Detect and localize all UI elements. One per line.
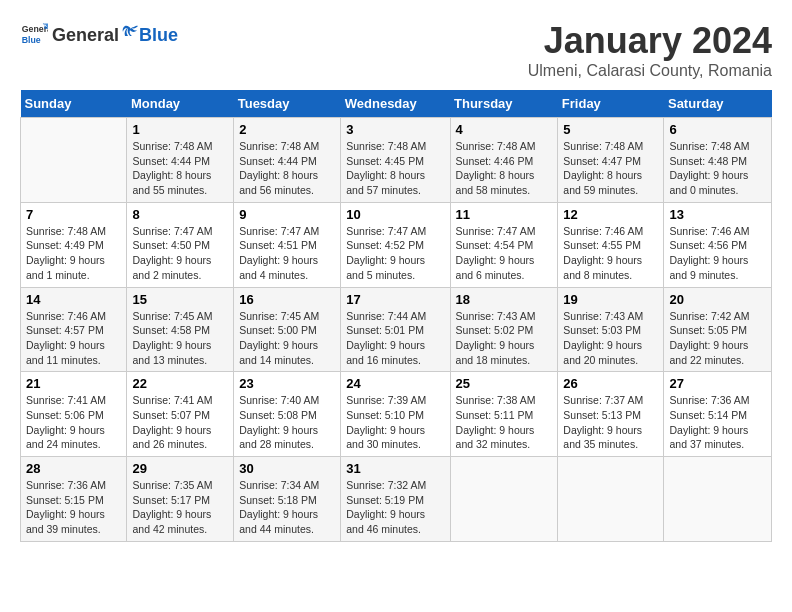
day-header-wednesday: Wednesday bbox=[341, 90, 450, 118]
day-info: Sunrise: 7:48 AM Sunset: 4:46 PM Dayligh… bbox=[456, 140, 536, 196]
calendar-cell: 3Sunrise: 7:48 AM Sunset: 4:45 PM Daylig… bbox=[341, 118, 450, 203]
day-info: Sunrise: 7:32 AM Sunset: 5:19 PM Dayligh… bbox=[346, 479, 426, 535]
day-info: Sunrise: 7:47 AM Sunset: 4:52 PM Dayligh… bbox=[346, 225, 426, 281]
day-number: 27 bbox=[669, 376, 766, 391]
calendar-cell: 14Sunrise: 7:46 AM Sunset: 4:57 PM Dayli… bbox=[21, 287, 127, 372]
calendar-cell: 13Sunrise: 7:46 AM Sunset: 4:56 PM Dayli… bbox=[664, 202, 772, 287]
day-info: Sunrise: 7:45 AM Sunset: 5:00 PM Dayligh… bbox=[239, 310, 319, 366]
calendar-cell: 12Sunrise: 7:46 AM Sunset: 4:55 PM Dayli… bbox=[558, 202, 664, 287]
day-number: 24 bbox=[346, 376, 444, 391]
day-info: Sunrise: 7:47 AM Sunset: 4:51 PM Dayligh… bbox=[239, 225, 319, 281]
calendar-cell: 27Sunrise: 7:36 AM Sunset: 5:14 PM Dayli… bbox=[664, 372, 772, 457]
day-header-friday: Friday bbox=[558, 90, 664, 118]
day-number: 26 bbox=[563, 376, 658, 391]
svg-text:Blue: Blue bbox=[22, 35, 41, 45]
day-number: 3 bbox=[346, 122, 444, 137]
day-number: 19 bbox=[563, 292, 658, 307]
day-number: 10 bbox=[346, 207, 444, 222]
calendar-cell: 8Sunrise: 7:47 AM Sunset: 4:50 PM Daylig… bbox=[127, 202, 234, 287]
day-number: 23 bbox=[239, 376, 335, 391]
calendar-cell: 10Sunrise: 7:47 AM Sunset: 4:52 PM Dayli… bbox=[341, 202, 450, 287]
day-header-sunday: Sunday bbox=[21, 90, 127, 118]
week-row-1: 1Sunrise: 7:48 AM Sunset: 4:44 PM Daylig… bbox=[21, 118, 772, 203]
day-info: Sunrise: 7:48 AM Sunset: 4:49 PM Dayligh… bbox=[26, 225, 106, 281]
day-info: Sunrise: 7:43 AM Sunset: 5:02 PM Dayligh… bbox=[456, 310, 536, 366]
day-number: 14 bbox=[26, 292, 121, 307]
day-info: Sunrise: 7:46 AM Sunset: 4:55 PM Dayligh… bbox=[563, 225, 643, 281]
day-info: Sunrise: 7:37 AM Sunset: 5:13 PM Dayligh… bbox=[563, 394, 643, 450]
header-row: SundayMondayTuesdayWednesdayThursdayFrid… bbox=[21, 90, 772, 118]
day-info: Sunrise: 7:34 AM Sunset: 5:18 PM Dayligh… bbox=[239, 479, 319, 535]
day-number: 31 bbox=[346, 461, 444, 476]
day-number: 30 bbox=[239, 461, 335, 476]
day-number: 21 bbox=[26, 376, 121, 391]
day-number: 4 bbox=[456, 122, 553, 137]
day-number: 16 bbox=[239, 292, 335, 307]
calendar-table: SundayMondayTuesdayWednesdayThursdayFrid… bbox=[20, 90, 772, 542]
day-number: 25 bbox=[456, 376, 553, 391]
day-info: Sunrise: 7:38 AM Sunset: 5:11 PM Dayligh… bbox=[456, 394, 536, 450]
calendar-cell: 25Sunrise: 7:38 AM Sunset: 5:11 PM Dayli… bbox=[450, 372, 558, 457]
calendar-cell: 29Sunrise: 7:35 AM Sunset: 5:17 PM Dayli… bbox=[127, 457, 234, 542]
week-row-4: 21Sunrise: 7:41 AM Sunset: 5:06 PM Dayli… bbox=[21, 372, 772, 457]
calendar-cell: 17Sunrise: 7:44 AM Sunset: 5:01 PM Dayli… bbox=[341, 287, 450, 372]
calendar-cell: 2Sunrise: 7:48 AM Sunset: 4:44 PM Daylig… bbox=[234, 118, 341, 203]
calendar-cell: 9Sunrise: 7:47 AM Sunset: 4:51 PM Daylig… bbox=[234, 202, 341, 287]
calendar-cell bbox=[664, 457, 772, 542]
day-number: 15 bbox=[132, 292, 228, 307]
calendar-cell: 16Sunrise: 7:45 AM Sunset: 5:00 PM Dayli… bbox=[234, 287, 341, 372]
day-number: 9 bbox=[239, 207, 335, 222]
day-number: 1 bbox=[132, 122, 228, 137]
calendar-cell bbox=[558, 457, 664, 542]
day-info: Sunrise: 7:46 AM Sunset: 4:57 PM Dayligh… bbox=[26, 310, 106, 366]
logo-blue-text: Blue bbox=[139, 25, 178, 46]
calendar-cell: 23Sunrise: 7:40 AM Sunset: 5:08 PM Dayli… bbox=[234, 372, 341, 457]
day-info: Sunrise: 7:35 AM Sunset: 5:17 PM Dayligh… bbox=[132, 479, 212, 535]
day-number: 5 bbox=[563, 122, 658, 137]
day-header-tuesday: Tuesday bbox=[234, 90, 341, 118]
calendar-cell: 7Sunrise: 7:48 AM Sunset: 4:49 PM Daylig… bbox=[21, 202, 127, 287]
subtitle: Ulmeni, Calarasi County, Romania bbox=[528, 62, 772, 80]
day-info: Sunrise: 7:47 AM Sunset: 4:50 PM Dayligh… bbox=[132, 225, 212, 281]
day-info: Sunrise: 7:40 AM Sunset: 5:08 PM Dayligh… bbox=[239, 394, 319, 450]
day-info: Sunrise: 7:48 AM Sunset: 4:47 PM Dayligh… bbox=[563, 140, 643, 196]
day-info: Sunrise: 7:47 AM Sunset: 4:54 PM Dayligh… bbox=[456, 225, 536, 281]
week-row-5: 28Sunrise: 7:36 AM Sunset: 5:15 PM Dayli… bbox=[21, 457, 772, 542]
day-info: Sunrise: 7:45 AM Sunset: 4:58 PM Dayligh… bbox=[132, 310, 212, 366]
day-number: 18 bbox=[456, 292, 553, 307]
logo: General Blue General Blue bbox=[20, 20, 178, 48]
day-header-monday: Monday bbox=[127, 90, 234, 118]
calendar-cell: 26Sunrise: 7:37 AM Sunset: 5:13 PM Dayli… bbox=[558, 372, 664, 457]
day-info: Sunrise: 7:48 AM Sunset: 4:44 PM Dayligh… bbox=[239, 140, 319, 196]
svg-text:General: General bbox=[22, 24, 48, 34]
calendar-cell: 24Sunrise: 7:39 AM Sunset: 5:10 PM Dayli… bbox=[341, 372, 450, 457]
day-number: 11 bbox=[456, 207, 553, 222]
calendar-cell: 1Sunrise: 7:48 AM Sunset: 4:44 PM Daylig… bbox=[127, 118, 234, 203]
day-number: 13 bbox=[669, 207, 766, 222]
day-number: 8 bbox=[132, 207, 228, 222]
header: General Blue General Blue January 2024 U… bbox=[20, 20, 772, 80]
calendar-cell bbox=[21, 118, 127, 203]
logo-bird-icon bbox=[120, 23, 138, 41]
title-area: January 2024 Ulmeni, Calarasi County, Ro… bbox=[528, 20, 772, 80]
day-number: 17 bbox=[346, 292, 444, 307]
week-row-2: 7Sunrise: 7:48 AM Sunset: 4:49 PM Daylig… bbox=[21, 202, 772, 287]
day-number: 22 bbox=[132, 376, 228, 391]
calendar-cell: 22Sunrise: 7:41 AM Sunset: 5:07 PM Dayli… bbox=[127, 372, 234, 457]
calendar-cell: 28Sunrise: 7:36 AM Sunset: 5:15 PM Dayli… bbox=[21, 457, 127, 542]
day-info: Sunrise: 7:46 AM Sunset: 4:56 PM Dayligh… bbox=[669, 225, 749, 281]
day-header-saturday: Saturday bbox=[664, 90, 772, 118]
day-info: Sunrise: 7:42 AM Sunset: 5:05 PM Dayligh… bbox=[669, 310, 749, 366]
day-number: 20 bbox=[669, 292, 766, 307]
calendar-cell: 31Sunrise: 7:32 AM Sunset: 5:19 PM Dayli… bbox=[341, 457, 450, 542]
calendar-cell: 19Sunrise: 7:43 AM Sunset: 5:03 PM Dayli… bbox=[558, 287, 664, 372]
day-info: Sunrise: 7:48 AM Sunset: 4:45 PM Dayligh… bbox=[346, 140, 426, 196]
day-info: Sunrise: 7:39 AM Sunset: 5:10 PM Dayligh… bbox=[346, 394, 426, 450]
day-number: 29 bbox=[132, 461, 228, 476]
calendar-cell bbox=[450, 457, 558, 542]
day-number: 28 bbox=[26, 461, 121, 476]
week-row-3: 14Sunrise: 7:46 AM Sunset: 4:57 PM Dayli… bbox=[21, 287, 772, 372]
logo-general-text: General bbox=[52, 25, 119, 46]
day-number: 2 bbox=[239, 122, 335, 137]
day-info: Sunrise: 7:41 AM Sunset: 5:07 PM Dayligh… bbox=[132, 394, 212, 450]
